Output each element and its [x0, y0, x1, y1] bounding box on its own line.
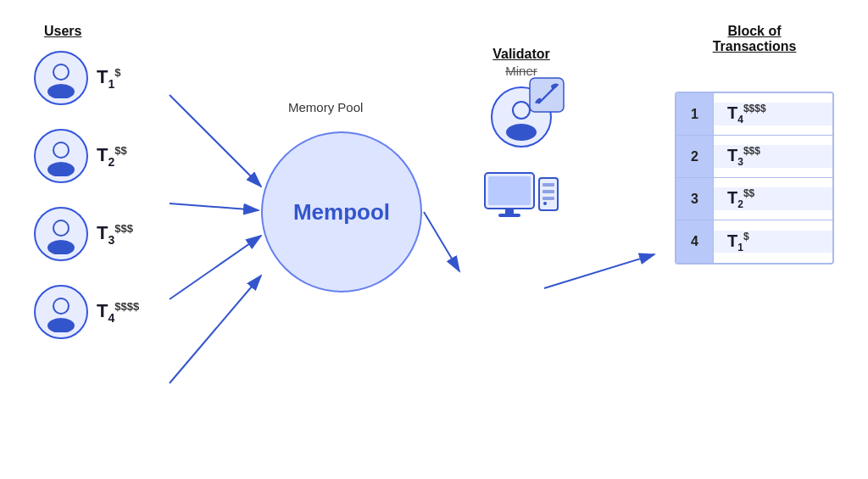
- avatar-3: [34, 207, 88, 261]
- mempool-label: Memory Pool: [288, 100, 363, 114]
- users-label: Users: [44, 24, 81, 39]
- computer-icon: [483, 171, 559, 234]
- block-table: 1 T4$$$$ 2 T3$$$ 3 T2$$ 4 T1$: [675, 92, 834, 265]
- svg-point-20: [506, 124, 537, 141]
- svg-point-18: [54, 299, 68, 313]
- tx-label-3: T3$$$: [97, 222, 133, 247]
- svg-line-5: [424, 212, 459, 271]
- svg-line-2: [170, 203, 259, 210]
- block-tx-4: T1$: [714, 231, 832, 253]
- block-row-2: 2 T3$$$: [676, 136, 832, 178]
- block-num-4: 4: [676, 220, 714, 263]
- svg-point-32: [543, 202, 547, 205]
- avatar-1: [34, 51, 88, 105]
- svg-point-8: [47, 84, 75, 98]
- validator-title: Validator: [492, 47, 550, 62]
- svg-rect-30: [542, 190, 554, 193]
- svg-rect-31: [542, 197, 554, 200]
- svg-line-6: [544, 254, 654, 288]
- block-tx-3: T2$$: [714, 187, 832, 210]
- svg-point-17: [47, 318, 75, 332]
- pickaxe-icon: [528, 76, 565, 114]
- avatar-2: [34, 129, 88, 183]
- block-tx-2: T3$$$: [714, 145, 832, 168]
- user-row-3: T3$$$: [34, 207, 139, 261]
- block-num-3: 3: [676, 178, 714, 220]
- svg-point-15: [54, 221, 68, 235]
- svg-rect-27: [498, 214, 520, 217]
- block-num-2: 2: [676, 136, 714, 177]
- validator-avatar: [491, 86, 552, 148]
- block-row-3: 3 T2$$: [676, 178, 832, 220]
- svg-point-12: [54, 143, 68, 157]
- tx-label-4: T4$$$$: [97, 300, 139, 325]
- svg-rect-25: [488, 176, 531, 205]
- svg-point-21: [514, 103, 529, 118]
- svg-line-1: [170, 95, 261, 187]
- diagram: Users T1$ T2$$: [0, 0, 868, 479]
- user-row-1: T1$: [34, 51, 139, 105]
- svg-line-3: [170, 236, 261, 299]
- tx-label-2: T2$$: [97, 144, 127, 169]
- svg-rect-29: [542, 183, 554, 187]
- mempool-circle: Mempool: [261, 131, 422, 292]
- user-row-2: T2$$: [34, 129, 139, 183]
- svg-line-4: [170, 276, 261, 383]
- svg-point-14: [47, 240, 75, 254]
- block-row-4: 4 T1$: [676, 220, 832, 263]
- user-row-4: T4$$$$: [34, 285, 139, 339]
- validator-section: Validator Miner: [483, 47, 559, 234]
- avatar-4: [34, 285, 88, 339]
- svg-point-11: [47, 162, 75, 176]
- users-column: T1$ T2$$ T3$$$: [34, 51, 139, 339]
- block-row-1: 1 T4$$$$: [676, 93, 832, 136]
- tx-label-1: T1$: [97, 66, 120, 91]
- block-tx-1: T4$$$$: [714, 103, 832, 125]
- svg-point-9: [54, 65, 68, 79]
- block-section: Block of Transactions 1 T4$$$$ 2 T3$$$ 3…: [675, 24, 834, 265]
- mempool-text: Mempool: [293, 199, 390, 226]
- block-num-1: 1: [676, 93, 714, 135]
- svg-rect-28: [539, 178, 558, 210]
- block-title: Block of Transactions: [713, 24, 797, 54]
